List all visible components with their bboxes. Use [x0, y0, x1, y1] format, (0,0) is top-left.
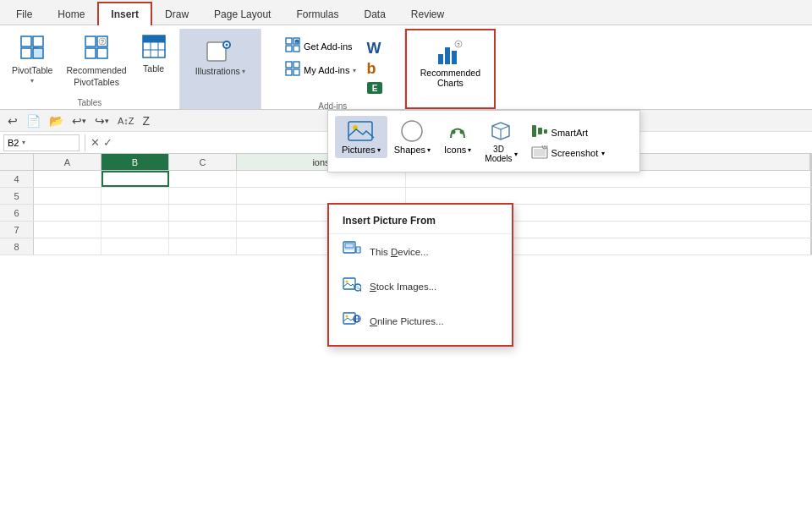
- cell-b4[interactable]: [102, 171, 169, 187]
- table-button[interactable]: Table: [135, 32, 173, 78]
- 3d-models-dropdown[interactable]: ▾: [514, 151, 518, 158]
- shapes-button[interactable]: Shapes ▾: [387, 116, 437, 158]
- cell-c6[interactable]: [169, 205, 237, 221]
- cell-e5[interactable]: [406, 188, 812, 204]
- table-row: 5: [0, 188, 812, 205]
- svg-rect-43: [538, 128, 542, 134]
- screenshot-label: Screenshot: [551, 148, 599, 158]
- smartart-button[interactable]: SmartArt: [528, 123, 609, 142]
- cell-e4[interactable]: [406, 171, 812, 187]
- pictures-button[interactable]: Pictures ▾: [335, 116, 387, 158]
- this-device-button[interactable]: This Device...: [329, 234, 512, 269]
- col-header-a[interactable]: A: [34, 154, 102, 170]
- get-addins-icon: +: [285, 37, 300, 56]
- cell-d5[interactable]: [237, 188, 406, 204]
- online-pictures-button[interactable]: Online Pictures...: [329, 304, 512, 338]
- cell-a7[interactable]: [34, 222, 102, 238]
- recommended-charts-button[interactable]: ? Recommended Charts: [414, 36, 487, 91]
- tab-data[interactable]: Data: [351, 2, 398, 25]
- ribbon-addins-items: + Get Add-ins My Add-ins: [282, 29, 383, 98]
- confirm-formula-button[interactable]: ✓: [103, 136, 112, 149]
- cell-c8[interactable]: [169, 238, 237, 254]
- cell-a5[interactable]: [34, 188, 102, 204]
- recommended-charts-label: Recommended Charts: [420, 68, 480, 88]
- tab-file[interactable]: File: [3, 2, 45, 25]
- document-icon-btn[interactable]: 📄: [24, 112, 43, 129]
- recommended-pivot-button[interactable]: ? Recommended PivotTables: [61, 32, 131, 90]
- row-header-5: 5: [0, 188, 34, 204]
- cell-b5[interactable]: [102, 188, 169, 204]
- sort-button[interactable]: A↕Z: [115, 114, 137, 128]
- document-icon: 📄: [26, 114, 41, 128]
- screenshot-dropdown-arrow[interactable]: ▾: [601, 150, 605, 157]
- tab-draw[interactable]: Draw: [152, 2, 201, 25]
- tab-review[interactable]: Review: [398, 2, 457, 25]
- tab-formulas[interactable]: Formulas: [283, 2, 351, 25]
- smartart-label: SmartArt: [551, 128, 588, 138]
- table-icon: [142, 35, 166, 62]
- name-box[interactable]: B2 ▾: [3, 134, 80, 151]
- undo-button[interactable]: ↩: [5, 112, 20, 129]
- 3d-models-icon: [488, 119, 513, 145]
- az-sort-icon: Z: [143, 114, 151, 128]
- screenshot-button[interactable]: Screenshot ▾: [528, 144, 609, 162]
- icons-dropdown-arrow[interactable]: ▾: [468, 146, 471, 154]
- svg-rect-22: [286, 46, 292, 52]
- illustrations-dropdown-arrow[interactable]: ▾: [242, 68, 245, 75]
- cell-a8[interactable]: [34, 238, 102, 254]
- undo-dropdown[interactable]: ▾: [82, 117, 86, 125]
- recommended-pivot-icon: ?: [84, 35, 109, 63]
- cancel-formula-button[interactable]: ✕: [91, 136, 100, 149]
- pivot-table-button[interactable]: PivotTable ▾: [7, 32, 58, 88]
- my-addins-button[interactable]: My Add-ins ▾: [282, 59, 359, 81]
- svg-rect-46: [534, 149, 546, 156]
- row-header-6: 6: [0, 205, 34, 221]
- redo-dropdown[interactable]: ▾: [105, 117, 109, 125]
- illustrations-button[interactable]: Illustrations ▾: [187, 36, 254, 79]
- tab-home[interactable]: Home: [45, 2, 97, 25]
- svg-rect-6: [85, 48, 96, 58]
- table-row: 4: [0, 171, 812, 188]
- svg-rect-26: [286, 62, 292, 68]
- tab-bar: File Home Insert Draw Page Layout Formul…: [0, 0, 812, 25]
- icons-label: Icons: [444, 145, 466, 155]
- this-device-icon: [343, 241, 361, 262]
- 3d-models-button[interactable]: 3D Models ▾: [478, 116, 524, 167]
- cell-b7[interactable]: [102, 222, 169, 238]
- my-addins-dropdown[interactable]: ▾: [353, 67, 356, 74]
- cell-c5[interactable]: [169, 188, 237, 204]
- undo2-button[interactable]: ↩ ▾: [69, 112, 89, 129]
- get-addins-button[interactable]: + Get Add-ins: [282, 36, 359, 57]
- tab-page-layout[interactable]: Page Layout: [201, 2, 283, 25]
- tab-insert[interactable]: Insert: [97, 2, 152, 25]
- cell-a4[interactable]: [34, 171, 102, 187]
- shapes-label-area: Shapes ▾: [394, 145, 431, 155]
- az-sort-button[interactable]: Z: [140, 112, 153, 129]
- name-box-value: B2: [8, 138, 19, 148]
- redo-button[interactable]: ↪ ▾: [92, 112, 112, 129]
- svg-text:E: E: [372, 84, 378, 93]
- pictures-dropdown-arrow[interactable]: ▾: [377, 146, 381, 154]
- cell-d4[interactable]: [237, 171, 406, 187]
- cell-b8[interactable]: [102, 238, 169, 254]
- svg-rect-32: [438, 54, 443, 64]
- stock-images-button[interactable]: 🔍 Stock Images...: [329, 269, 512, 304]
- cell-c4[interactable]: [169, 171, 237, 187]
- cell-c7[interactable]: [169, 222, 237, 238]
- col-header-b[interactable]: B: [102, 154, 169, 170]
- open-button[interactable]: 📂: [47, 112, 66, 129]
- svg-rect-33: [445, 47, 450, 64]
- svg-point-41: [460, 130, 464, 134]
- name-box-dropdown[interactable]: ▾: [22, 139, 25, 146]
- cell-a6[interactable]: [34, 205, 102, 221]
- pictures-label-area: Pictures ▾: [342, 145, 381, 155]
- ribbon-charts-items: ? Recommended Charts: [414, 30, 487, 102]
- col-header-c[interactable]: C: [169, 154, 237, 170]
- pivot-table-dropdown[interactable]: ▾: [30, 77, 34, 85]
- svg-rect-50: [345, 244, 354, 250]
- illustrations-label: Illustrations: [195, 66, 240, 76]
- shapes-dropdown-arrow[interactable]: ▾: [427, 146, 431, 154]
- pictures-label: Pictures: [342, 145, 376, 155]
- icons-button[interactable]: Icons ▾: [437, 116, 478, 158]
- cell-b6[interactable]: [102, 205, 169, 221]
